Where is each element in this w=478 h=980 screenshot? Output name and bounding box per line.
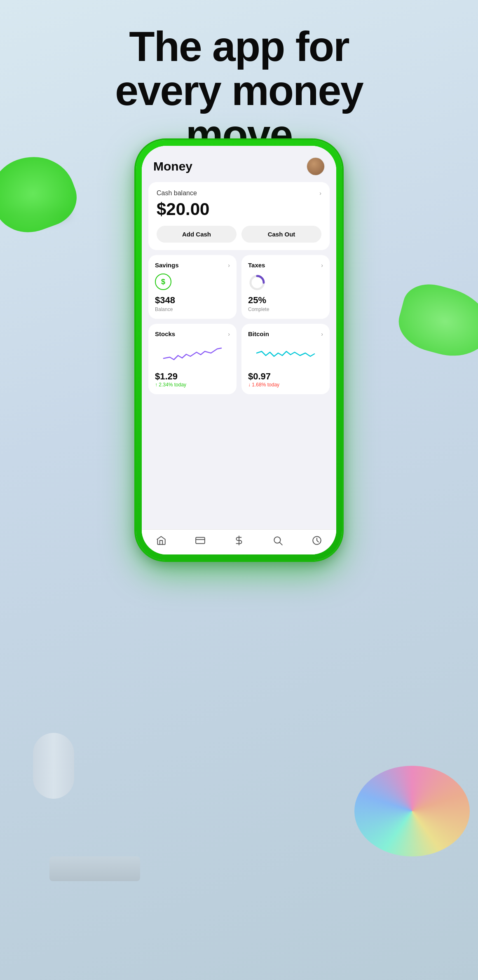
bitcoin-chevron-icon[interactable]: › <box>321 331 323 337</box>
add-cash-button[interactable]: Add Cash <box>157 226 237 243</box>
cards-area: Cash balance › $20.00 Add Cash Cash Out <box>142 182 336 529</box>
taxes-donut-chart <box>248 274 266 292</box>
savings-header: Savings › <box>155 262 230 269</box>
taxes-donut-svg <box>248 274 266 292</box>
phone-mockup: Money Cash balance › $20.00 Ad <box>136 140 342 560</box>
savings-title: Savings <box>155 262 179 269</box>
bitcoin-sparkline <box>248 344 323 365</box>
cash-action-buttons: Add Cash Cash Out <box>157 226 321 243</box>
cash-balance-chevron-icon[interactable]: › <box>319 190 321 196</box>
stocks-sparkline <box>155 344 230 365</box>
savings-value: $348 <box>155 292 230 306</box>
taxes-header: Taxes › <box>248 262 323 269</box>
savings-chevron-icon[interactable]: › <box>228 262 230 269</box>
stocks-value: $1.29 <box>155 368 230 382</box>
taxes-sub: Complete <box>248 306 323 312</box>
home-icon <box>156 535 166 546</box>
card-icon <box>195 535 206 546</box>
savings-sub: Balance <box>155 306 230 312</box>
bitcoin-down-icon: ↓ <box>248 382 251 388</box>
stocks-up-icon: ↑ <box>155 382 157 388</box>
stocks-chevron-icon[interactable]: › <box>228 331 230 337</box>
nav-clock-button[interactable] <box>311 535 323 546</box>
taxes-value: 25% <box>248 292 323 306</box>
bitcoin-header: Bitcoin › <box>248 330 323 337</box>
search-icon <box>272 535 283 546</box>
cash-out-button[interactable]: Cash Out <box>241 226 321 243</box>
phone-outer-frame: Money Cash balance › $20.00 Ad <box>136 140 342 560</box>
nav-card-button[interactable] <box>194 535 206 546</box>
nav-search-button[interactable] <box>272 535 284 546</box>
cash-card-header: Cash balance › <box>157 189 321 197</box>
savings-card: Savings › $ $348 Balance <box>148 255 237 319</box>
stocks-bitcoin-row: Stocks › $1.29 ↑ 2.34% to <box>148 324 330 394</box>
phone-screen: Money Cash balance › $20.00 Ad <box>142 146 336 554</box>
savings-taxes-row: Savings › $ $348 Balance <box>148 255 330 319</box>
taxes-card: Taxes › 25% Complete <box>241 255 330 319</box>
deco-block <box>49 856 140 881</box>
nav-dollar-button[interactable] <box>233 535 245 546</box>
bitcoin-title: Bitcoin <box>248 330 269 337</box>
stocks-card: Stocks › $1.29 ↑ 2.34% to <box>148 324 237 394</box>
avatar-image <box>307 158 324 175</box>
stocks-header: Stocks › <box>155 330 230 337</box>
bitcoin-value: $0.97 <box>248 368 323 382</box>
savings-icon: $ <box>155 274 171 290</box>
hero-title: The app for every money move <box>0 25 478 157</box>
clock-icon <box>312 535 322 546</box>
bottom-nav <box>142 529 336 554</box>
stocks-change: ↑ 2.34% today <box>155 382 230 388</box>
avatar[interactable] <box>307 157 325 175</box>
deco-cylinder <box>33 733 74 799</box>
taxes-chevron-icon[interactable]: › <box>321 262 323 269</box>
dollar-icon <box>234 535 244 546</box>
svg-line-6 <box>280 543 282 545</box>
screen-title: Money <box>153 159 192 173</box>
taxes-title: Taxes <box>248 262 265 269</box>
deco-right-top-blob <box>393 278 478 365</box>
cash-amount: $20.00 <box>157 199 321 219</box>
cash-balance-card: Cash balance › $20.00 Add Cash Cash Out <box>148 182 330 250</box>
deco-right-bottom-circle <box>354 766 470 856</box>
nav-home-button[interactable] <box>155 535 167 546</box>
bitcoin-card: Bitcoin › $0.97 ↓ 1.68% t <box>241 324 330 394</box>
screen-header: Money <box>142 146 336 182</box>
bitcoin-change: ↓ 1.68% today <box>248 382 323 388</box>
cash-balance-label: Cash balance <box>157 189 197 197</box>
stocks-title: Stocks <box>155 330 175 337</box>
svg-rect-2 <box>196 537 205 543</box>
phone-screen-container: Money Cash balance › $20.00 Ad <box>142 146 336 554</box>
